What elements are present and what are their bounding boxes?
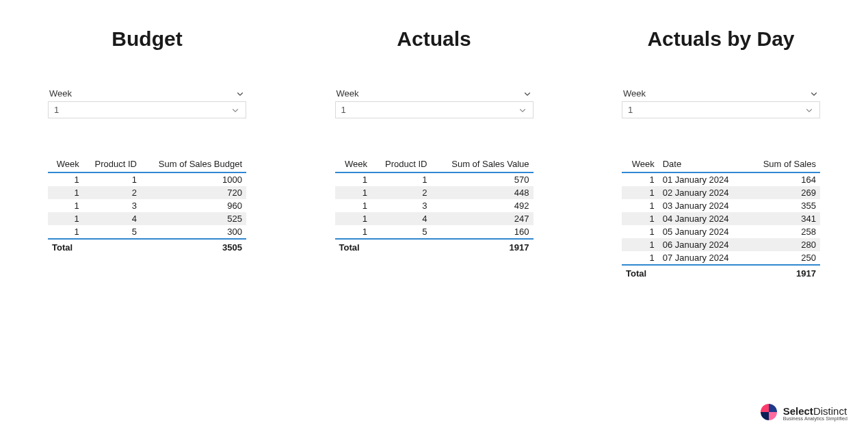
chevron-down-icon bbox=[809, 89, 819, 99]
col-header: Week bbox=[335, 156, 372, 172]
chevron-down-icon bbox=[231, 105, 240, 115]
table-row: 103 January 2024355 bbox=[622, 199, 820, 212]
cell: 3 bbox=[83, 199, 141, 212]
cell: 1 bbox=[48, 172, 83, 186]
section-title: Actuals by Day bbox=[622, 27, 820, 51]
cell: 1 bbox=[335, 225, 372, 239]
total-label: Total bbox=[622, 265, 747, 281]
cell: 525 bbox=[141, 212, 246, 225]
cell: 1 bbox=[335, 186, 372, 199]
logo-text: SelectDistinct Business Analytics Simpli… bbox=[783, 406, 847, 421]
slicer-value: 1 bbox=[341, 105, 346, 115]
cell: 1 bbox=[335, 199, 372, 212]
total-value: 1917 bbox=[431, 239, 533, 255]
table-row: 102 January 2024269 bbox=[622, 186, 820, 199]
actuals-by-day-table: Week Date Sum of Sales 101 January 20241… bbox=[622, 156, 820, 281]
brand-logo: SelectDistinct Business Analytics Simpli… bbox=[759, 402, 847, 425]
table-row: 105 January 2024258 bbox=[622, 225, 820, 238]
week-slicer-dropdown[interactable]: 1 bbox=[48, 101, 246, 118]
actuals-table: Week Product ID Sum of Sales Value 11570… bbox=[335, 156, 534, 255]
cell: 300 bbox=[141, 225, 246, 239]
table-body: 11100012720139601452515300 bbox=[48, 172, 246, 239]
cell: 03 January 2024 bbox=[659, 199, 748, 212]
table-row: 13960 bbox=[48, 199, 246, 212]
table-row: 107 January 2024250 bbox=[622, 251, 820, 265]
cell: 01 January 2024 bbox=[659, 172, 748, 186]
columns-container: Budget Week 1 Week Product ID Sum of Sal… bbox=[0, 0, 868, 281]
col-header: Date bbox=[659, 156, 748, 172]
slicer-value: 1 bbox=[54, 105, 59, 115]
table-body: 1157012448134921424715160 bbox=[335, 172, 534, 239]
cell: 1 bbox=[48, 199, 83, 212]
cell: 3 bbox=[371, 199, 431, 212]
table-row: 106 January 2024280 bbox=[622, 238, 820, 251]
cell: 1 bbox=[48, 212, 83, 225]
cell: 1 bbox=[371, 172, 431, 186]
chevron-down-icon bbox=[804, 105, 814, 115]
cell: 02 January 2024 bbox=[659, 186, 748, 199]
cell: 1 bbox=[335, 212, 372, 225]
cell: 2 bbox=[83, 186, 141, 199]
col-header: Product ID bbox=[83, 156, 141, 172]
brand-tagline: Business Analytics Simplified bbox=[783, 416, 847, 421]
total-value: 3505 bbox=[141, 239, 246, 255]
cell: 247 bbox=[431, 212, 533, 225]
table-row: 14247 bbox=[335, 212, 534, 225]
actuals-by-day-section: Actuals by Day Week 1 Week Date Sum of S… bbox=[622, 27, 820, 281]
slicer-value: 1 bbox=[628, 105, 633, 115]
col-header: Sum of Sales bbox=[747, 156, 820, 172]
cell: 720 bbox=[141, 186, 246, 199]
cell: 164 bbox=[747, 172, 820, 186]
total-value: 1917 bbox=[747, 265, 820, 281]
cell: 2 bbox=[371, 186, 431, 199]
total-label: Total bbox=[48, 239, 141, 255]
table-row: 13492 bbox=[335, 199, 534, 212]
actuals-section: Actuals Week 1 Week Product ID Sum of Sa… bbox=[335, 27, 534, 281]
slicer-header[interactable]: Week bbox=[622, 88, 820, 101]
cell: 5 bbox=[83, 225, 141, 239]
cell: 1 bbox=[622, 186, 659, 199]
chevron-down-icon bbox=[518, 105, 527, 115]
cell: 1 bbox=[622, 238, 659, 251]
cell: 1 bbox=[622, 225, 659, 238]
col-header: Product ID bbox=[371, 156, 431, 172]
slicer-header[interactable]: Week bbox=[335, 88, 534, 101]
week-slicer-dropdown[interactable]: 1 bbox=[622, 101, 820, 118]
cell: 960 bbox=[141, 199, 246, 212]
cell: 341 bbox=[747, 212, 820, 225]
table-row: 15300 bbox=[48, 225, 246, 239]
col-header: Week bbox=[48, 156, 83, 172]
slicer-label: Week bbox=[337, 88, 359, 99]
budget-section: Budget Week 1 Week Product ID Sum of Sal… bbox=[48, 27, 246, 281]
cell: 1 bbox=[83, 172, 141, 186]
section-title: Budget bbox=[48, 27, 246, 51]
table-body: 101 January 2024164102 January 202426910… bbox=[622, 172, 820, 265]
cell: 1000 bbox=[141, 172, 246, 186]
cell: 258 bbox=[747, 225, 820, 238]
table-row: 101 January 2024164 bbox=[622, 172, 820, 186]
cell: 1 bbox=[622, 251, 659, 265]
col-header: Sum of Sales Budget bbox=[141, 156, 246, 172]
chevron-down-icon bbox=[235, 89, 245, 99]
cell: 1 bbox=[48, 225, 83, 239]
cell: 04 January 2024 bbox=[659, 212, 748, 225]
cell: 570 bbox=[431, 172, 533, 186]
table-row: 11570 bbox=[335, 172, 534, 186]
table-header-row: Week Product ID Sum of Sales Value bbox=[335, 156, 534, 172]
cell: 4 bbox=[83, 212, 141, 225]
slicer-label: Week bbox=[623, 88, 646, 99]
cell: 07 January 2024 bbox=[659, 251, 748, 265]
cell: 355 bbox=[747, 199, 820, 212]
table-row: 12448 bbox=[335, 186, 534, 199]
cell: 250 bbox=[747, 251, 820, 265]
table-header-row: Week Date Sum of Sales bbox=[622, 156, 820, 172]
brand-name-light: Distinct bbox=[813, 405, 847, 417]
table-row: 14525 bbox=[48, 212, 246, 225]
cell: 1 bbox=[622, 172, 659, 186]
cell: 5 bbox=[371, 225, 431, 239]
table-row: 12720 bbox=[48, 186, 246, 199]
slicer-header[interactable]: Week bbox=[48, 88, 246, 101]
week-slicer-dropdown[interactable]: 1 bbox=[335, 101, 534, 118]
cell: 448 bbox=[431, 186, 533, 199]
slicer-label: Week bbox=[49, 88, 72, 99]
